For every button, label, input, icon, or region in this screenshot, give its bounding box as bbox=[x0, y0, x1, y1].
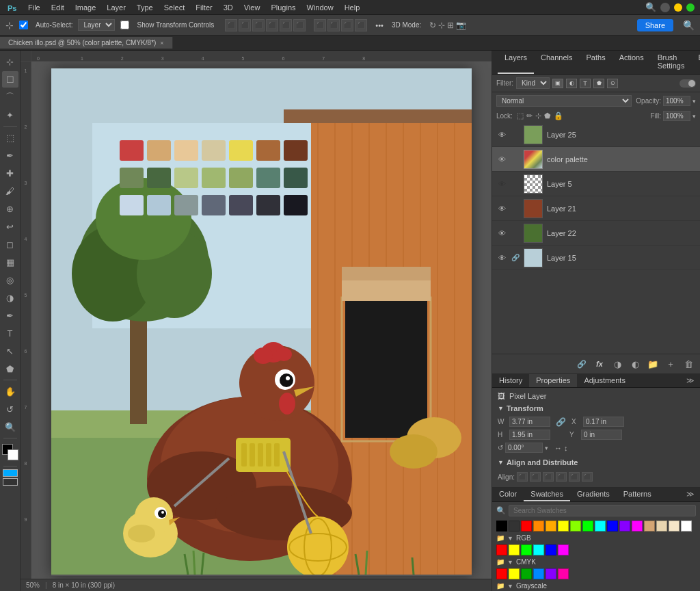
layer-item-color-palette[interactable]: 👁 color palette bbox=[492, 147, 700, 172]
more-options[interactable]: ••• bbox=[375, 21, 383, 29]
tab-brushes[interactable]: Brushes bbox=[691, 51, 700, 74]
menu-edit[interactable]: Edit bbox=[46, 2, 69, 13]
opacity-arrow[interactable]: ▾ bbox=[692, 98, 696, 105]
layer-item-layer25[interactable]: 👁 Layer 25 bbox=[492, 122, 700, 147]
tab-channels[interactable]: Channels bbox=[534, 51, 579, 74]
3d-move-icon[interactable]: ⊹ bbox=[438, 21, 445, 30]
minimize-btn[interactable] bbox=[674, 3, 682, 12]
cmyk-cyan[interactable] bbox=[533, 568, 544, 579]
align-bottom-btn[interactable]: ⬛ bbox=[582, 472, 593, 482]
flip-h-button[interactable]: ↔ bbox=[554, 444, 562, 452]
tab-gradients[interactable]: Gradients bbox=[570, 488, 617, 501]
swatch-dark[interactable] bbox=[509, 521, 520, 531]
tab-patterns[interactable]: Patterns bbox=[617, 488, 658, 501]
align-top-btn[interactable]: ⬛ bbox=[556, 472, 567, 482]
cmyk-group-header[interactable]: 📁 ▼ CMYK bbox=[492, 557, 700, 567]
tool-select-rect[interactable]: ☐ bbox=[2, 71, 18, 88]
tool-history-brush[interactable]: ↩ bbox=[2, 218, 18, 235]
align-right-btn[interactable]: ⬛ bbox=[543, 472, 554, 482]
tab-layers[interactable]: Layers bbox=[498, 51, 534, 74]
align-left-btn[interactable]: ⬛ bbox=[517, 472, 528, 482]
layer-eye-layer21[interactable]: 👁 bbox=[496, 203, 507, 214]
tool-zoom[interactable]: 🔍 bbox=[2, 419, 18, 435]
3d-rotate-icon[interactable]: ↻ bbox=[429, 21, 436, 30]
tool-rotate-view[interactable]: ↺ bbox=[2, 401, 18, 417]
layer-new-button[interactable]: + bbox=[663, 356, 678, 371]
3d-camera-icon[interactable]: 📷 bbox=[456, 21, 466, 30]
tool-hand[interactable]: ✋ bbox=[2, 383, 18, 399]
opacity-input[interactable] bbox=[663, 96, 690, 106]
tool-crop[interactable]: ⬚ bbox=[2, 129, 18, 146]
menu-help[interactable]: Help bbox=[340, 2, 365, 13]
swatch-magenta[interactable] bbox=[632, 521, 643, 531]
layer-item-layer5[interactable]: 👁 Layer 5 bbox=[492, 172, 700, 196]
rgb-red[interactable] bbox=[496, 544, 507, 555]
swatch-light[interactable] bbox=[669, 521, 679, 531]
rgb-cyan[interactable] bbox=[533, 544, 544, 555]
layer-fx-button[interactable]: fx bbox=[592, 356, 607, 371]
rgb-yellow[interactable] bbox=[509, 544, 520, 555]
tab-properties[interactable]: Properties bbox=[529, 374, 577, 387]
auto-select-checkbox[interactable] bbox=[19, 21, 28, 29]
cmyk-red[interactable] bbox=[496, 568, 507, 579]
layer-adjustment-button[interactable]: ◐ bbox=[628, 356, 643, 371]
rgb-blue[interactable] bbox=[546, 544, 556, 555]
menu-3d[interactable]: 3D bbox=[219, 2, 238, 13]
x-input[interactable] bbox=[583, 417, 624, 427]
filter-type-icon[interactable]: T bbox=[580, 79, 591, 88]
lock-move-icon[interactable]: ⊹ bbox=[535, 111, 541, 120]
tab-paths[interactable]: Paths bbox=[580, 51, 612, 74]
3d-scale-icon[interactable]: ⊞ bbox=[447, 21, 454, 30]
swatch-white[interactable] bbox=[681, 521, 692, 531]
tool-gradient[interactable]: ▦ bbox=[2, 254, 18, 270]
width-input[interactable] bbox=[509, 417, 550, 427]
blend-mode-select[interactable]: Normal bbox=[496, 95, 632, 107]
menu-filter[interactable]: Filter bbox=[191, 2, 217, 13]
tool-blur[interactable]: ◎ bbox=[2, 272, 18, 288]
rgb-magenta[interactable] bbox=[558, 544, 569, 555]
swatch-blue[interactable] bbox=[607, 521, 618, 531]
dist-right-icon[interactable]: ⬛ bbox=[355, 19, 367, 31]
menu-file[interactable]: File bbox=[23, 2, 45, 13]
tool-magic-wand[interactable]: ✦ bbox=[2, 107, 18, 123]
swatch-purple[interactable] bbox=[619, 521, 630, 531]
swatch-yellow[interactable] bbox=[558, 521, 569, 531]
filter-pixel-icon[interactable]: ▣ bbox=[552, 79, 563, 88]
illustration-canvas[interactable] bbox=[51, 68, 472, 575]
layer-mask-button[interactable]: ◑ bbox=[610, 356, 625, 371]
tab-close-button[interactable]: × bbox=[160, 40, 163, 47]
tool-dodge[interactable]: ◑ bbox=[2, 289, 18, 306]
tool-clone-stamp[interactable]: ⊕ bbox=[2, 200, 18, 217]
layer-eye-color-palette[interactable]: 👁 bbox=[496, 154, 507, 165]
tool-pen[interactable]: ✒ bbox=[2, 307, 18, 324]
rgb-green[interactable] bbox=[521, 544, 532, 555]
tab-history[interactable]: History bbox=[492, 374, 529, 387]
lock-artboard-icon[interactable]: ⬟ bbox=[544, 111, 551, 120]
tab-color[interactable]: Color bbox=[492, 488, 524, 501]
transform-header[interactable]: ▼ Transform bbox=[498, 404, 695, 412]
swatch-yellow-orange[interactable] bbox=[546, 521, 556, 531]
align-bottom-icon[interactable]: ⬛ bbox=[293, 19, 306, 31]
align-header[interactable]: ▼ Align and Distribute bbox=[498, 458, 695, 467]
layer-folder-button[interactable]: 📁 bbox=[645, 356, 660, 371]
document-tab[interactable]: Chicken illo.psd @ 50% (color palette, C… bbox=[0, 37, 173, 49]
share-button[interactable]: Share bbox=[637, 19, 673, 31]
menu-window[interactable]: Window bbox=[302, 2, 338, 13]
lock-paint-icon[interactable]: ✏ bbox=[526, 111, 533, 120]
tool-eyedropper[interactable]: ✒ bbox=[2, 147, 18, 163]
show-transform-checkbox[interactable] bbox=[120, 21, 129, 29]
cmyk-magenta[interactable] bbox=[558, 568, 569, 579]
rotate-input[interactable] bbox=[505, 443, 543, 453]
swatch-orange[interactable] bbox=[533, 521, 544, 531]
dist-h-icon[interactable]: ⬛ bbox=[314, 19, 326, 31]
align-center-btn[interactable]: ⬛ bbox=[530, 472, 541, 482]
background-color[interactable] bbox=[8, 449, 18, 460]
menu-view[interactable]: View bbox=[239, 2, 265, 13]
tool-healing[interactable]: ✚ bbox=[2, 165, 18, 181]
quick-mask-icon[interactable] bbox=[3, 469, 18, 477]
y-input[interactable] bbox=[581, 430, 622, 440]
tool-path-select[interactable]: ↖ bbox=[2, 343, 18, 359]
filter-shape-icon[interactable]: ⬟ bbox=[593, 79, 604, 88]
tab-brush-settings[interactable]: Brush Settings bbox=[651, 51, 692, 74]
swatch-beige[interactable] bbox=[656, 521, 667, 531]
